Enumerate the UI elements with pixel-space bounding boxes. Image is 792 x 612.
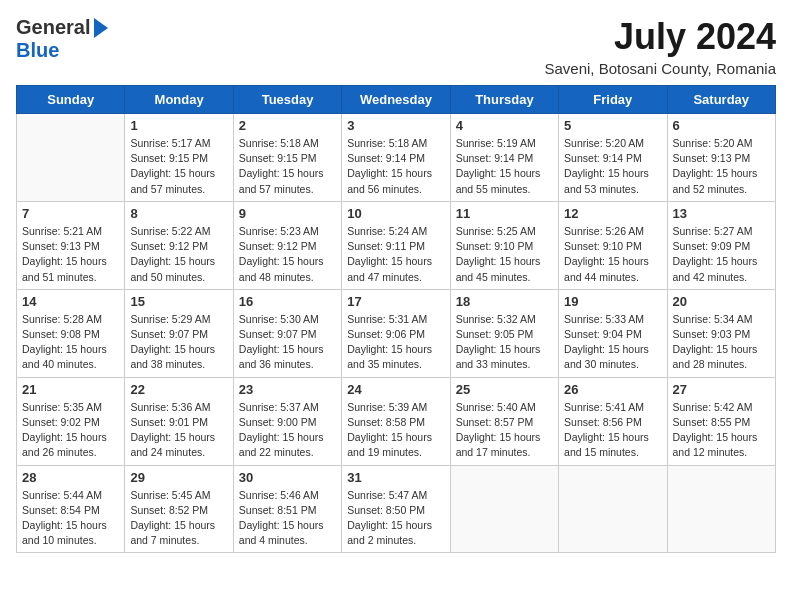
- day-number: 28: [22, 470, 119, 485]
- day-number: 11: [456, 206, 553, 221]
- day-number: 14: [22, 294, 119, 309]
- logo: General Blue: [16, 16, 108, 62]
- logo-blue-text: Blue: [16, 39, 59, 62]
- day-number: 25: [456, 382, 553, 397]
- calendar-cell: 18Sunrise: 5:32 AM Sunset: 9:05 PM Dayli…: [450, 289, 558, 377]
- cell-info: Sunrise: 5:24 AM Sunset: 9:11 PM Dayligh…: [347, 224, 444, 285]
- calendar-cell: 17Sunrise: 5:31 AM Sunset: 9:06 PM Dayli…: [342, 289, 450, 377]
- calendar-cell: 11Sunrise: 5:25 AM Sunset: 9:10 PM Dayli…: [450, 201, 558, 289]
- calendar-cell: 16Sunrise: 5:30 AM Sunset: 9:07 PM Dayli…: [233, 289, 341, 377]
- calendar-cell: 3Sunrise: 5:18 AM Sunset: 9:14 PM Daylig…: [342, 114, 450, 202]
- cell-info: Sunrise: 5:44 AM Sunset: 8:54 PM Dayligh…: [22, 488, 119, 549]
- calendar-week-row: 7Sunrise: 5:21 AM Sunset: 9:13 PM Daylig…: [17, 201, 776, 289]
- day-number: 8: [130, 206, 227, 221]
- calendar-cell: 10Sunrise: 5:24 AM Sunset: 9:11 PM Dayli…: [342, 201, 450, 289]
- cell-info: Sunrise: 5:37 AM Sunset: 9:00 PM Dayligh…: [239, 400, 336, 461]
- day-number: 24: [347, 382, 444, 397]
- calendar-day-header: Friday: [559, 86, 667, 114]
- day-number: 12: [564, 206, 661, 221]
- day-number: 2: [239, 118, 336, 133]
- cell-info: Sunrise: 5:33 AM Sunset: 9:04 PM Dayligh…: [564, 312, 661, 373]
- calendar-cell: 6Sunrise: 5:20 AM Sunset: 9:13 PM Daylig…: [667, 114, 775, 202]
- calendar-cell: 19Sunrise: 5:33 AM Sunset: 9:04 PM Dayli…: [559, 289, 667, 377]
- day-number: 27: [673, 382, 770, 397]
- calendar-cell: 8Sunrise: 5:22 AM Sunset: 9:12 PM Daylig…: [125, 201, 233, 289]
- month-year-title: July 2024: [544, 16, 776, 58]
- cell-info: Sunrise: 5:41 AM Sunset: 8:56 PM Dayligh…: [564, 400, 661, 461]
- calendar-cell: 20Sunrise: 5:34 AM Sunset: 9:03 PM Dayli…: [667, 289, 775, 377]
- calendar-cell: 31Sunrise: 5:47 AM Sunset: 8:50 PM Dayli…: [342, 465, 450, 553]
- cell-info: Sunrise: 5:40 AM Sunset: 8:57 PM Dayligh…: [456, 400, 553, 461]
- cell-info: Sunrise: 5:45 AM Sunset: 8:52 PM Dayligh…: [130, 488, 227, 549]
- calendar-day-header: Monday: [125, 86, 233, 114]
- calendar-day-header: Sunday: [17, 86, 125, 114]
- day-number: 4: [456, 118, 553, 133]
- day-number: 1: [130, 118, 227, 133]
- cell-info: Sunrise: 5:46 AM Sunset: 8:51 PM Dayligh…: [239, 488, 336, 549]
- day-number: 6: [673, 118, 770, 133]
- cell-info: Sunrise: 5:35 AM Sunset: 9:02 PM Dayligh…: [22, 400, 119, 461]
- calendar-cell: 15Sunrise: 5:29 AM Sunset: 9:07 PM Dayli…: [125, 289, 233, 377]
- cell-info: Sunrise: 5:36 AM Sunset: 9:01 PM Dayligh…: [130, 400, 227, 461]
- cell-info: Sunrise: 5:30 AM Sunset: 9:07 PM Dayligh…: [239, 312, 336, 373]
- calendar-cell: [17, 114, 125, 202]
- calendar-week-row: 14Sunrise: 5:28 AM Sunset: 9:08 PM Dayli…: [17, 289, 776, 377]
- cell-info: Sunrise: 5:19 AM Sunset: 9:14 PM Dayligh…: [456, 136, 553, 197]
- cell-info: Sunrise: 5:47 AM Sunset: 8:50 PM Dayligh…: [347, 488, 444, 549]
- cell-info: Sunrise: 5:23 AM Sunset: 9:12 PM Dayligh…: [239, 224, 336, 285]
- day-number: 26: [564, 382, 661, 397]
- calendar-week-row: 21Sunrise: 5:35 AM Sunset: 9:02 PM Dayli…: [17, 377, 776, 465]
- calendar-cell: 21Sunrise: 5:35 AM Sunset: 9:02 PM Dayli…: [17, 377, 125, 465]
- cell-info: Sunrise: 5:22 AM Sunset: 9:12 PM Dayligh…: [130, 224, 227, 285]
- calendar-cell: [667, 465, 775, 553]
- calendar-table: SundayMondayTuesdayWednesdayThursdayFrid…: [16, 85, 776, 553]
- calendar-cell: 14Sunrise: 5:28 AM Sunset: 9:08 PM Dayli…: [17, 289, 125, 377]
- calendar-cell: 30Sunrise: 5:46 AM Sunset: 8:51 PM Dayli…: [233, 465, 341, 553]
- calendar-cell: [450, 465, 558, 553]
- calendar-cell: 12Sunrise: 5:26 AM Sunset: 9:10 PM Dayli…: [559, 201, 667, 289]
- calendar-header-row: SundayMondayTuesdayWednesdayThursdayFrid…: [17, 86, 776, 114]
- calendar-cell: 22Sunrise: 5:36 AM Sunset: 9:01 PM Dayli…: [125, 377, 233, 465]
- calendar-cell: 7Sunrise: 5:21 AM Sunset: 9:13 PM Daylig…: [17, 201, 125, 289]
- calendar-cell: 29Sunrise: 5:45 AM Sunset: 8:52 PM Dayli…: [125, 465, 233, 553]
- day-number: 15: [130, 294, 227, 309]
- calendar-cell: 24Sunrise: 5:39 AM Sunset: 8:58 PM Dayli…: [342, 377, 450, 465]
- page-header: General Blue July 2024 Saveni, Botosani …: [16, 16, 776, 77]
- cell-info: Sunrise: 5:27 AM Sunset: 9:09 PM Dayligh…: [673, 224, 770, 285]
- day-number: 3: [347, 118, 444, 133]
- cell-info: Sunrise: 5:26 AM Sunset: 9:10 PM Dayligh…: [564, 224, 661, 285]
- location-subtitle: Saveni, Botosani County, Romania: [544, 60, 776, 77]
- day-number: 10: [347, 206, 444, 221]
- calendar-cell: 28Sunrise: 5:44 AM Sunset: 8:54 PM Dayli…: [17, 465, 125, 553]
- calendar-cell: 26Sunrise: 5:41 AM Sunset: 8:56 PM Dayli…: [559, 377, 667, 465]
- calendar-day-header: Saturday: [667, 86, 775, 114]
- day-number: 13: [673, 206, 770, 221]
- calendar-week-row: 28Sunrise: 5:44 AM Sunset: 8:54 PM Dayli…: [17, 465, 776, 553]
- day-number: 18: [456, 294, 553, 309]
- day-number: 29: [130, 470, 227, 485]
- calendar-week-row: 1Sunrise: 5:17 AM Sunset: 9:15 PM Daylig…: [17, 114, 776, 202]
- calendar-day-header: Wednesday: [342, 86, 450, 114]
- day-number: 17: [347, 294, 444, 309]
- cell-info: Sunrise: 5:18 AM Sunset: 9:15 PM Dayligh…: [239, 136, 336, 197]
- day-number: 31: [347, 470, 444, 485]
- title-block: July 2024 Saveni, Botosani County, Roman…: [544, 16, 776, 77]
- calendar-cell: 25Sunrise: 5:40 AM Sunset: 8:57 PM Dayli…: [450, 377, 558, 465]
- calendar-day-header: Thursday: [450, 86, 558, 114]
- calendar-cell: 2Sunrise: 5:18 AM Sunset: 9:15 PM Daylig…: [233, 114, 341, 202]
- cell-info: Sunrise: 5:28 AM Sunset: 9:08 PM Dayligh…: [22, 312, 119, 373]
- cell-info: Sunrise: 5:31 AM Sunset: 9:06 PM Dayligh…: [347, 312, 444, 373]
- calendar-day-header: Tuesday: [233, 86, 341, 114]
- day-number: 23: [239, 382, 336, 397]
- cell-info: Sunrise: 5:20 AM Sunset: 9:14 PM Dayligh…: [564, 136, 661, 197]
- calendar-cell: 27Sunrise: 5:42 AM Sunset: 8:55 PM Dayli…: [667, 377, 775, 465]
- logo-general-text: General: [16, 16, 90, 39]
- day-number: 22: [130, 382, 227, 397]
- cell-info: Sunrise: 5:39 AM Sunset: 8:58 PM Dayligh…: [347, 400, 444, 461]
- calendar-cell: 1Sunrise: 5:17 AM Sunset: 9:15 PM Daylig…: [125, 114, 233, 202]
- day-number: 9: [239, 206, 336, 221]
- day-number: 16: [239, 294, 336, 309]
- calendar-cell: [559, 465, 667, 553]
- day-number: 30: [239, 470, 336, 485]
- cell-info: Sunrise: 5:42 AM Sunset: 8:55 PM Dayligh…: [673, 400, 770, 461]
